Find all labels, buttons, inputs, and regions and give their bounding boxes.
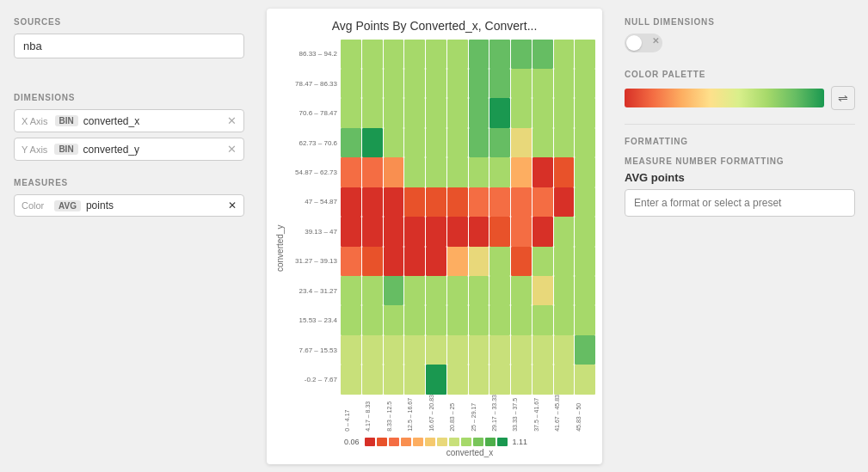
heatmap-cell[interactable] — [511, 305, 532, 334]
heatmap-cell[interactable] — [575, 276, 595, 305]
heatmap-cell[interactable] — [489, 365, 510, 394]
heatmap-cell[interactable] — [426, 98, 446, 127]
heatmap-cell[interactable] — [554, 187, 575, 217]
heatmap-cell[interactable] — [447, 335, 468, 365]
heatmap-cell[interactable] — [426, 40, 446, 69]
heatmap-cell[interactable] — [384, 335, 404, 365]
heatmap-cell[interactable] — [426, 365, 446, 394]
heatmap-cell[interactable] — [469, 40, 489, 69]
heatmap-cell[interactable] — [511, 157, 532, 187]
heatmap-cell[interactable] — [426, 305, 446, 334]
heatmap-cell[interactable] — [426, 69, 446, 98]
heatmap-cell[interactable] — [489, 187, 510, 217]
heatmap-cell[interactable] — [575, 217, 595, 246]
heatmap-cell[interactable] — [575, 128, 595, 157]
heatmap-cell[interactable] — [575, 187, 595, 217]
heatmap-cell[interactable] — [511, 98, 532, 127]
heatmap-cell[interactable] — [404, 217, 425, 246]
heatmap-cell[interactable] — [532, 247, 553, 276]
heatmap-cell[interactable] — [362, 157, 383, 187]
x-dim-close-button[interactable]: ✕ — [227, 114, 237, 127]
heatmap-cell[interactable] — [489, 276, 510, 305]
heatmap-cell[interactable] — [447, 217, 468, 246]
heatmap-cell[interactable] — [575, 157, 595, 187]
heatmap-cell[interactable] — [532, 276, 553, 305]
null-dim-toggle[interactable]: ✕ — [625, 34, 662, 52]
heatmap-cell[interactable] — [341, 128, 361, 157]
heatmap-cell[interactable] — [532, 98, 553, 127]
heatmap-cell[interactable] — [362, 335, 383, 365]
heatmap-cell[interactable] — [469, 128, 489, 157]
heatmap-cell[interactable] — [362, 305, 383, 334]
heatmap-cell[interactable] — [362, 276, 383, 305]
heatmap-cell[interactable] — [341, 305, 361, 334]
heatmap-cell[interactable] — [489, 98, 510, 127]
heatmap-cell[interactable] — [447, 98, 468, 127]
heatmap-cell[interactable] — [404, 40, 425, 69]
measure-close-button[interactable]: ✕ — [228, 199, 237, 211]
heatmap-cell[interactable] — [532, 128, 553, 157]
heatmap-cell[interactable] — [554, 98, 575, 127]
heatmap-cell[interactable] — [532, 335, 553, 365]
heatmap-cell[interactable] — [447, 365, 468, 394]
heatmap-cell[interactable] — [469, 247, 489, 276]
heatmap-cell[interactable] — [341, 365, 361, 394]
heatmap-cell[interactable] — [554, 247, 575, 276]
heatmap-cell[interactable] — [489, 69, 510, 98]
heatmap-cell[interactable] — [384, 305, 404, 334]
heatmap-cell[interactable] — [554, 40, 575, 69]
format-input[interactable] — [625, 189, 855, 217]
heatmap-cell[interactable] — [532, 365, 553, 394]
heatmap-cell[interactable] — [426, 157, 446, 187]
heatmap-cell[interactable] — [489, 305, 510, 334]
heatmap-cell[interactable] — [511, 365, 532, 394]
heatmap-cell[interactable] — [469, 335, 489, 365]
heatmap-cell[interactable] — [511, 247, 532, 276]
heatmap-cell[interactable] — [469, 305, 489, 334]
heatmap-cell[interactable] — [511, 217, 532, 246]
heatmap-cell[interactable] — [384, 217, 404, 246]
heatmap-cell[interactable] — [384, 276, 404, 305]
heatmap-cell[interactable] — [554, 217, 575, 246]
heatmap-cell[interactable] — [341, 247, 361, 276]
heatmap-cell[interactable] — [575, 305, 595, 334]
heatmap-cell[interactable] — [511, 187, 532, 217]
heatmap-cell[interactable] — [362, 247, 383, 276]
heatmap-cell[interactable] — [575, 69, 595, 98]
heatmap-cell[interactable] — [489, 247, 510, 276]
heatmap-cell[interactable] — [469, 365, 489, 394]
heatmap-cell[interactable] — [384, 40, 404, 69]
heatmap-cell[interactable] — [447, 276, 468, 305]
heatmap-cell[interactable] — [447, 128, 468, 157]
heatmap-cell[interactable] — [554, 128, 575, 157]
heatmap-cell[interactable] — [469, 217, 489, 246]
heatmap-cell[interactable] — [384, 69, 404, 98]
heatmap-cell[interactable] — [341, 40, 361, 69]
heatmap-cell[interactable] — [554, 335, 575, 365]
heatmap-cell[interactable] — [532, 69, 553, 98]
heatmap-cell[interactable] — [384, 157, 404, 187]
heatmap-cell[interactable] — [341, 217, 361, 246]
heatmap-cell[interactable] — [404, 276, 425, 305]
heatmap-cell[interactable] — [404, 305, 425, 334]
y-dim-close-button[interactable]: ✕ — [227, 143, 237, 156]
heatmap-cell[interactable] — [489, 217, 510, 246]
heatmap-cell[interactable] — [404, 69, 425, 98]
heatmap-cell[interactable] — [404, 247, 425, 276]
heatmap-cell[interactable] — [341, 276, 361, 305]
heatmap-cell[interactable] — [426, 217, 446, 246]
heatmap-cell[interactable] — [341, 335, 361, 365]
heatmap-cell[interactable] — [426, 187, 446, 217]
heatmap-cell[interactable] — [341, 187, 361, 217]
heatmap-cell[interactable] — [384, 247, 404, 276]
heatmap-cell[interactable] — [532, 305, 553, 334]
heatmap-cell[interactable] — [404, 335, 425, 365]
heatmap-cell[interactable] — [404, 187, 425, 217]
heatmap-cell[interactable] — [554, 365, 575, 394]
heatmap-cell[interactable] — [362, 217, 383, 246]
heatmap-cell[interactable] — [426, 128, 446, 157]
heatmap-cell[interactable] — [489, 128, 510, 157]
heatmap-cell[interactable] — [575, 335, 595, 365]
heatmap-cell[interactable] — [362, 98, 383, 127]
heatmap-cell[interactable] — [511, 335, 532, 365]
